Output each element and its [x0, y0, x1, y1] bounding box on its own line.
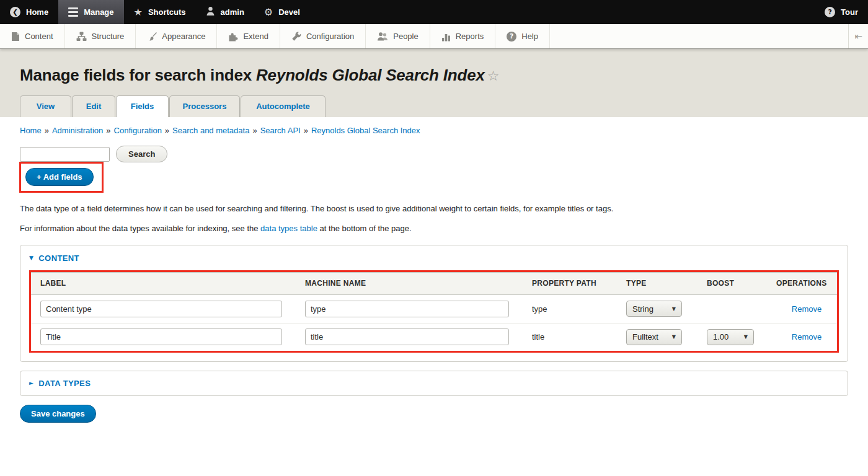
admin-bar-item-tour[interactable]: ? Tour — [815, 0, 868, 24]
search-input[interactable] — [20, 147, 110, 162]
tab-autocomplete[interactable]: Autocomplete — [241, 95, 326, 117]
data-types-table-link[interactable]: data types table — [260, 224, 317, 233]
fields-search-form: Search — [20, 146, 848, 162]
intro-paragraph-2-before: For information about the data types ava… — [20, 224, 260, 233]
admin-bar-item-home[interactable]: ❮ Home — [0, 0, 58, 24]
tray-item-extend[interactable]: Extend — [217, 24, 280, 48]
field-boost-selected-value: 1.00 — [713, 332, 728, 342]
field-label-input[interactable] — [40, 328, 282, 345]
save-changes-button[interactable]: Save changes — [20, 405, 96, 423]
fields-table-highlight-annotation: LABEL MACHINE NAME PROPERTY PATH TYPE BO… — [29, 270, 839, 353]
page-title: Manage fields for search index Reynolds … — [20, 66, 848, 85]
favorite-star-icon[interactable]: ☆ — [487, 68, 500, 84]
field-label-input[interactable] — [40, 301, 282, 317]
intro-paragraph-1: The data type of a field determines how … — [20, 203, 848, 215]
tray-label-appearance: Appearance — [162, 32, 205, 41]
remove-field-link[interactable]: Remove — [792, 304, 822, 314]
collapse-open-arrow-icon: ▼ — [29, 255, 33, 261]
admin-bar-item-shortcuts[interactable]: ★ Shortcuts — [124, 0, 196, 24]
search-button[interactable]: Search — [116, 146, 167, 162]
tray-label-extend: Extend — [243, 32, 268, 41]
field-type-selected-value: String — [632, 304, 653, 314]
chevron-down-icon: ▼ — [672, 334, 676, 340]
column-header-operations: OPERATIONS — [767, 279, 837, 288]
tray-item-help[interactable]: ? Help — [495, 24, 550, 48]
column-header-property-path: PROPERTY PATH — [523, 279, 617, 288]
back-icon: ❮ — [10, 7, 20, 17]
page-header: Manage fields for search index Reynolds … — [0, 49, 868, 117]
data-types-fieldset-legend-label: DATA TYPES — [38, 379, 91, 388]
tray-label-people: People — [393, 32, 418, 41]
field-row-title: title Fulltext ▼ 1.00 ▼ Remove — [31, 323, 837, 351]
field-type-selected-value: Fulltext — [632, 332, 658, 342]
chevron-down-icon: ▼ — [672, 306, 676, 312]
tab-edit[interactable]: Edit — [72, 95, 115, 117]
page-title-index-name: Reynolds Global Search Index — [256, 66, 485, 84]
tray-item-configuration[interactable]: Configuration — [280, 24, 366, 48]
breadcrumb-index-name[interactable]: Reynolds Global Search Index — [311, 126, 420, 135]
column-header-type: TYPE — [617, 279, 698, 288]
data-types-fieldset: ► DATA TYPES — [20, 371, 848, 396]
field-property-path: type — [523, 304, 617, 314]
field-type-select[interactable]: String ▼ — [626, 301, 682, 317]
admin-bar-label-devel: Devel — [278, 7, 300, 17]
breadcrumb-separator: » — [45, 126, 49, 135]
breadcrumb-configuration[interactable]: Configuration — [114, 126, 162, 135]
tray-label-content: Content — [25, 32, 53, 41]
field-type-select[interactable]: Fulltext ▼ — [626, 329, 682, 345]
breadcrumb-separator: » — [252, 126, 257, 135]
column-header-label: LABEL — [31, 279, 296, 288]
remove-field-link[interactable]: Remove — [792, 332, 822, 342]
tab-processors[interactable]: Processors — [169, 95, 240, 117]
field-property-path: title — [523, 332, 617, 342]
help-icon: ? — [507, 32, 516, 42]
breadcrumb-search-api[interactable]: Search API — [260, 126, 301, 135]
data-types-fieldset-legend[interactable]: ► DATA TYPES — [29, 379, 839, 388]
brush-icon — [147, 32, 157, 42]
tray-label-help: Help — [521, 32, 538, 41]
breadcrumb-administration[interactable]: Administration — [52, 126, 103, 135]
star-icon: ★ — [134, 7, 143, 17]
tab-fields[interactable]: Fields — [116, 95, 169, 117]
help-icon: ? — [825, 7, 835, 17]
admin-bar-item-devel[interactable]: ⚙ Devel — [254, 0, 310, 24]
add-fields-button[interactable]: + Add fields — [25, 168, 94, 186]
tray-item-reports[interactable]: Reports — [430, 24, 496, 48]
breadcrumb-home[interactable]: Home — [20, 126, 42, 135]
admin-bar-label-manage: Manage — [84, 7, 113, 17]
breadcrumb-separator: » — [106, 126, 110, 135]
field-machine-name-input[interactable] — [305, 328, 509, 345]
admin-toolbar: ❮ Home Manage ★ Shortcuts admin ⚙ Devel … — [0, 0, 868, 24]
admin-bar-label-home: Home — [26, 7, 48, 17]
user-icon — [206, 6, 215, 18]
tray-item-structure[interactable]: Structure — [65, 24, 136, 48]
intro-paragraph-2-after: at the bottom of the page. — [317, 224, 412, 233]
document-icon — [11, 32, 20, 42]
tray-item-appearance[interactable]: Appearance — [136, 24, 217, 48]
admin-bar-label-shortcuts: Shortcuts — [148, 7, 186, 17]
field-row-content-type: type String ▼ Remove — [31, 295, 837, 323]
form-actions: Save changes — [20, 405, 848, 423]
field-boost-select[interactable]: 1.00 ▼ — [707, 329, 754, 345]
primary-tabs: View Edit Fields Processors Autocomplete — [20, 95, 848, 117]
page-title-text: Manage fields for search index — [20, 66, 256, 84]
tray-item-content[interactable]: Content — [0, 24, 65, 48]
menu-icon — [68, 7, 78, 17]
tray-label-reports: Reports — [456, 32, 484, 41]
admin-bar-item-admin[interactable]: admin — [196, 0, 254, 24]
breadcrumb-search-and-metadata[interactable]: Search and metadata — [172, 126, 249, 135]
chevron-down-icon: ▼ — [744, 334, 748, 340]
breadcrumb: Home»Administration»Configuration»Search… — [20, 126, 848, 135]
admin-tray: Content Structure Appearance Extend Conf… — [0, 24, 868, 49]
wrench-icon — [291, 32, 301, 42]
admin-bar-item-manage[interactable]: Manage — [58, 0, 123, 24]
tray-orientation-toggle-icon[interactable]: ⇤ — [848, 24, 868, 48]
collapse-closed-arrow-icon: ► — [29, 380, 33, 386]
fields-table-header-row: LABEL MACHINE NAME PROPERTY PATH TYPE BO… — [31, 272, 837, 295]
tab-view[interactable]: View — [20, 95, 71, 117]
tray-item-people[interactable]: People — [366, 24, 430, 48]
content-fieldset-legend[interactable]: ▼ CONTENT — [29, 253, 839, 263]
field-machine-name-input[interactable] — [305, 301, 509, 317]
bar-chart-icon — [441, 32, 451, 42]
breadcrumb-separator: » — [304, 126, 308, 135]
